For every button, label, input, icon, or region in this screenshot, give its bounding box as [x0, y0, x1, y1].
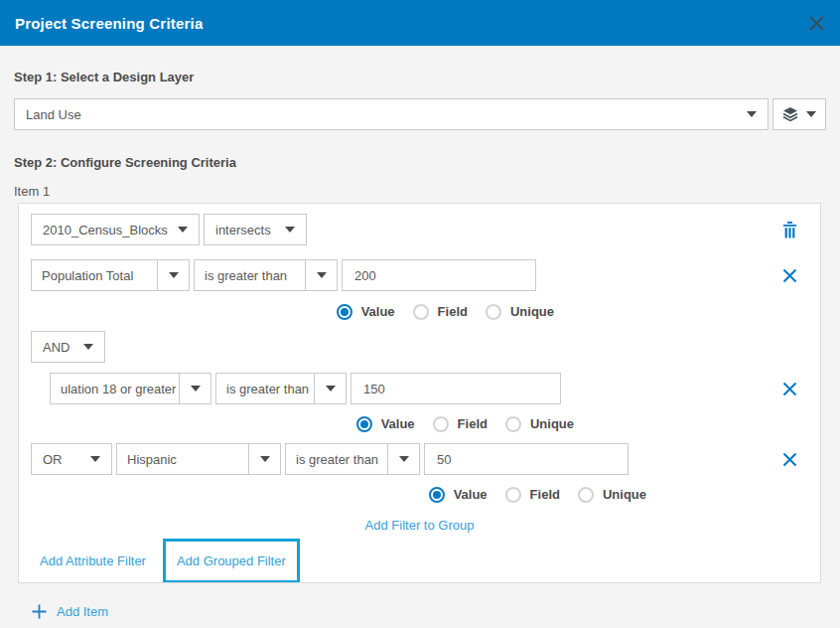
- close-icon[interactable]: [808, 15, 825, 32]
- value-input[interactable]: [350, 373, 561, 404]
- radio-value[interactable]: Value: [429, 487, 488, 503]
- radio-value[interactable]: Value: [356, 416, 415, 432]
- radio-selected-icon: [429, 487, 445, 503]
- radio-unique[interactable]: Unique: [505, 416, 574, 432]
- remove-filter-icon[interactable]: [782, 452, 797, 467]
- item-label: Item 1: [14, 184, 826, 199]
- field-value: Population Total: [32, 260, 157, 290]
- step1-label: Step 1: Select a Design Layer: [14, 70, 826, 84]
- operator-value: is greater than: [216, 374, 314, 403]
- radio-field-label: Field: [530, 487, 560, 502]
- spatial-operator-value: intersects: [215, 223, 271, 237]
- radio-selected-icon: [356, 416, 372, 432]
- field-value: ulation 18 or greater: [51, 374, 179, 403]
- value-input[interactable]: [342, 259, 536, 291]
- value-type-radios: Value Field Unique: [31, 415, 574, 432]
- field-combobox[interactable]: Population Total: [31, 259, 190, 291]
- dialog-body: Step 1: Select a Design Layer Land Use S…: [0, 70, 840, 619]
- add-grouped-filter-highlight-box: Add Grouped Filter: [163, 539, 300, 583]
- or-connector-value: OR: [43, 452, 63, 467]
- dialog-header: Project Screening Criteria: [0, 0, 840, 46]
- and-connector-select[interactable]: AND: [31, 331, 105, 363]
- value-type-radios: Value Field Unique: [31, 303, 554, 320]
- design-layer-select[interactable]: Land Use: [14, 98, 769, 130]
- chevron-down-icon: [747, 111, 757, 117]
- radio-unselected-icon: [433, 416, 449, 432]
- delete-item-icon[interactable]: [782, 222, 797, 238]
- chevron-down-icon: [178, 227, 188, 233]
- filter-links-row: Add Attribute Filter Add Grouped Filter: [31, 539, 808, 583]
- radio-selected-icon: [337, 304, 352, 320]
- add-item-link[interactable]: Add Item: [57, 604, 108, 619]
- radio-unselected-icon: [413, 304, 429, 320]
- or-connector-select[interactable]: OR: [31, 443, 112, 475]
- chevron-down-icon: [90, 456, 100, 462]
- value-type-radios: Value Field Unique: [31, 486, 646, 503]
- field-value: Hispanic: [117, 444, 248, 474]
- spatial-operator-select[interactable]: intersects: [204, 214, 307, 245]
- operator-value: is greater than: [286, 444, 387, 474]
- value-input[interactable]: [424, 443, 629, 475]
- chevron-down-icon[interactable]: [305, 260, 337, 290]
- step2-label: Step 2: Configure Screening Criteria: [14, 155, 826, 170]
- criteria-layer-value: 2010_Census_Blocks: [43, 223, 168, 237]
- radio-unique-label: Unique: [530, 416, 574, 431]
- radio-field[interactable]: Field: [413, 304, 468, 320]
- radio-field-label: Field: [458, 416, 488, 431]
- plus-icon: [32, 604, 47, 619]
- radio-field[interactable]: Field: [433, 416, 488, 432]
- field-combobox[interactable]: Hispanic: [116, 443, 281, 475]
- radio-field-label: Field: [438, 304, 468, 319]
- operator-value: is greater than: [195, 260, 305, 290]
- radio-unselected-icon: [505, 416, 521, 432]
- add-attribute-filter-link[interactable]: Add Attribute Filter: [40, 553, 146, 568]
- chevron-down-icon[interactable]: [387, 444, 419, 474]
- radio-value[interactable]: Value: [337, 304, 395, 320]
- add-filter-to-group-row: Add Filter to Group: [31, 518, 808, 533]
- radio-unselected-icon: [505, 487, 521, 503]
- radio-value-label: Value: [454, 487, 488, 502]
- radio-unique-label: Unique: [510, 304, 554, 319]
- radio-unique[interactable]: Unique: [486, 304, 554, 320]
- chevron-down-icon[interactable]: [248, 444, 280, 474]
- criteria-item-panel: 2010_Census_Blocks intersects: [18, 203, 821, 583]
- criteria-layer-select[interactable]: 2010_Census_Blocks: [31, 214, 200, 245]
- radio-unselected-icon: [486, 304, 501, 320]
- layers-icon: [782, 106, 798, 122]
- chevron-down-icon[interactable]: [314, 374, 346, 403]
- and-connector-value: AND: [43, 340, 70, 355]
- field-combobox[interactable]: ulation 18 or greater: [50, 373, 211, 404]
- radio-unselected-icon: [578, 487, 594, 503]
- add-filter-to-group-link[interactable]: Add Filter to Group: [365, 518, 475, 533]
- design-layer-value: Land Use: [26, 107, 81, 122]
- project-screening-criteria-dialog: Project Screening Criteria Step 1: Selec…: [0, 0, 840, 628]
- radio-unique[interactable]: Unique: [578, 487, 646, 503]
- radio-unique-label: Unique: [603, 487, 646, 502]
- add-item-row: Add Item: [14, 604, 826, 619]
- radio-field[interactable]: Field: [505, 487, 560, 503]
- radio-value-label: Value: [381, 416, 415, 431]
- filter-row-2: ulation 18 or greater is greater than: [50, 373, 808, 404]
- chevron-down-icon: [83, 344, 93, 350]
- filter-row-1: Population Total is greater than: [31, 259, 808, 291]
- chevron-down-icon[interactable]: [157, 260, 189, 290]
- layer-operator-row: 2010_Census_Blocks intersects: [31, 214, 808, 245]
- group-connector-row: AND: [31, 331, 808, 363]
- filter-row-3: OR Hispanic is greater than: [31, 443, 808, 475]
- layer-list-button[interactable]: [772, 98, 826, 130]
- chevron-down-icon: [285, 227, 295, 233]
- operator-combobox[interactable]: is greater than: [215, 373, 347, 404]
- chevron-down-icon[interactable]: [179, 374, 210, 403]
- remove-filter-icon[interactable]: [782, 268, 797, 283]
- design-layer-row: Land Use: [14, 98, 826, 130]
- remove-filter-icon[interactable]: [782, 382, 797, 396]
- operator-combobox[interactable]: is greater than: [285, 443, 420, 475]
- add-grouped-filter-link[interactable]: Add Grouped Filter: [177, 553, 286, 568]
- chevron-down-icon: [806, 111, 816, 117]
- dialog-title: Project Screening Criteria: [15, 15, 203, 32]
- radio-value-label: Value: [361, 304, 395, 319]
- operator-combobox[interactable]: is greater than: [194, 259, 338, 291]
